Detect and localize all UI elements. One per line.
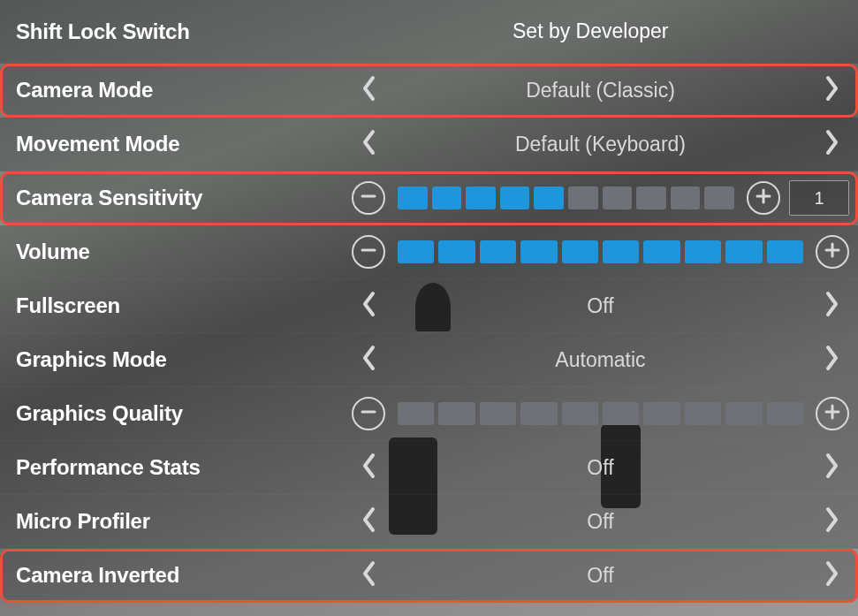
value-performance-stats: Off xyxy=(394,456,807,480)
chevron-left-icon xyxy=(361,129,377,159)
label-camera-mode: Camera Mode xyxy=(16,78,352,103)
control-performance-stats: Off xyxy=(352,441,849,494)
segment xyxy=(520,240,557,263)
chevron-right-icon xyxy=(824,452,839,483)
volume-bar[interactable] xyxy=(398,240,803,263)
label-graphics-quality: Graphics Quality xyxy=(16,401,352,426)
label-graphics-mode: Graphics Mode xyxy=(16,347,352,372)
row-micro-profiler: Micro Profiler Off xyxy=(0,495,858,549)
settings-list: Shift Lock Switch Set by Developer Camer… xyxy=(0,0,858,616)
segment xyxy=(636,186,666,209)
cam-sens-decrease[interactable] xyxy=(352,181,385,215)
row-graphics-mode: Graphics Mode Automatic xyxy=(0,333,858,387)
volume-increase[interactable] xyxy=(816,235,849,269)
chevron-right-icon xyxy=(824,291,839,321)
segment xyxy=(398,402,434,425)
cam-inverted-prev[interactable] xyxy=(352,558,387,593)
row-camera-sensitivity: Camera Sensitivity 1 xyxy=(0,171,858,225)
volume-decrease[interactable] xyxy=(352,235,385,269)
plus-icon xyxy=(824,403,841,424)
camera-mode-prev[interactable] xyxy=(352,72,387,108)
cam-sens-increase[interactable] xyxy=(747,181,780,215)
chevron-right-icon xyxy=(824,560,839,590)
segment xyxy=(500,186,530,209)
minus-icon xyxy=(360,187,377,209)
segment xyxy=(643,240,680,263)
gfx-quality-increase[interactable] xyxy=(816,397,849,430)
segment xyxy=(643,402,680,425)
camera-mode-next[interactable] xyxy=(814,72,849,108)
row-camera-inverted: Camera Inverted Off xyxy=(0,549,858,603)
value-shift-lock: Set by Developer xyxy=(352,19,849,43)
fullscreen-prev[interactable] xyxy=(352,288,387,323)
control-fullscreen: Off xyxy=(352,279,849,332)
minus-icon xyxy=(360,241,377,262)
plus-icon xyxy=(755,187,772,209)
chevron-left-icon xyxy=(361,506,377,536)
segment xyxy=(562,240,598,263)
movement-prev[interactable] xyxy=(352,126,387,162)
segment xyxy=(432,186,462,209)
gfx-quality-bar[interactable] xyxy=(398,402,803,425)
gfx-mode-prev[interactable] xyxy=(352,342,387,377)
fullscreen-next[interactable] xyxy=(814,288,849,323)
chevron-left-icon xyxy=(361,345,377,375)
value-camera-mode: Default (Classic) xyxy=(394,79,807,103)
control-shift-lock: Set by Developer xyxy=(352,0,849,63)
chevron-right-icon xyxy=(824,129,839,159)
segment xyxy=(398,186,428,209)
micro-prof-next[interactable] xyxy=(814,504,849,539)
cam-inverted-next[interactable] xyxy=(814,558,849,593)
gfx-quality-decrease[interactable] xyxy=(352,397,385,430)
chevron-left-icon xyxy=(361,291,377,321)
cam-sens-input[interactable]: 1 xyxy=(789,180,849,216)
row-volume: Volume xyxy=(0,225,858,279)
chevron-right-icon xyxy=(824,345,839,375)
perf-stats-prev[interactable] xyxy=(352,450,387,485)
segment xyxy=(438,402,475,425)
segment xyxy=(480,240,516,263)
segment xyxy=(767,240,803,263)
minus-icon xyxy=(360,403,377,424)
control-camera-mode: Default (Classic) xyxy=(352,64,849,117)
segment xyxy=(398,240,434,263)
value-fullscreen: Off xyxy=(394,294,807,318)
row-movement-mode: Movement Mode Default (Keyboard) xyxy=(0,118,858,171)
row-shift-lock: Shift Lock Switch Set by Developer xyxy=(0,0,858,64)
chevron-left-icon xyxy=(361,560,377,590)
segment xyxy=(562,402,598,425)
label-shift-lock: Shift Lock Switch xyxy=(16,19,352,44)
chevron-left-icon xyxy=(361,75,377,105)
segment xyxy=(603,402,639,425)
label-volume: Volume xyxy=(16,240,352,264)
perf-stats-next[interactable] xyxy=(814,450,849,485)
segment xyxy=(725,402,762,425)
segment xyxy=(603,186,633,209)
row-performance-stats: Performance Stats Off xyxy=(0,441,858,495)
control-micro-profiler: Off xyxy=(352,495,849,548)
segment xyxy=(767,402,803,425)
cam-sens-bar[interactable] xyxy=(398,186,734,209)
value-graphics-mode: Automatic xyxy=(394,348,807,372)
row-camera-mode: Camera Mode Default (Classic) xyxy=(0,64,858,118)
control-volume xyxy=(352,225,849,278)
label-micro-profiler: Micro Profiler xyxy=(16,509,352,534)
movement-next[interactable] xyxy=(814,126,849,162)
value-movement-mode: Default (Keyboard) xyxy=(394,133,807,156)
chevron-right-icon xyxy=(824,506,839,536)
label-camera-sensitivity: Camera Sensitivity xyxy=(16,186,352,210)
chevron-right-icon xyxy=(824,75,839,105)
plus-icon xyxy=(824,241,841,262)
segment xyxy=(480,402,516,425)
segment xyxy=(534,186,564,209)
segment xyxy=(603,240,639,263)
chevron-left-icon xyxy=(361,452,377,483)
value-micro-profiler: Off xyxy=(394,510,807,534)
segment xyxy=(725,240,762,263)
segment xyxy=(704,186,734,209)
control-movement-mode: Default (Keyboard) xyxy=(352,118,849,171)
value-camera-inverted: Off xyxy=(394,564,807,588)
micro-prof-prev[interactable] xyxy=(352,504,387,539)
segment xyxy=(685,402,721,425)
gfx-mode-next[interactable] xyxy=(814,342,849,377)
